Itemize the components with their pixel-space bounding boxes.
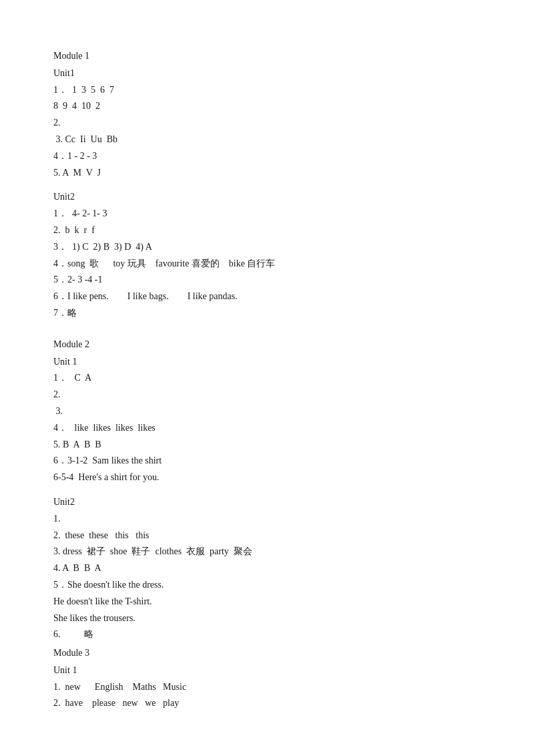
content-line: 4． like likes likes likes [53,420,481,436]
content-line: 4. A B B A [53,560,481,576]
section-heading: Unit 1 [53,663,481,679]
content-line: 5. A M V J [53,165,481,181]
content-line: 1． C A [53,370,481,386]
content-line: 1． 4- 2- 1- 3 [53,206,481,222]
content-line: 3． 1) C 2) B 3) D 4) A [53,239,481,255]
content-line: 2. [53,387,481,403]
content-line: 3. [53,403,481,419]
section-heading: Unit2 [53,189,481,205]
content-line: She likes the trousers. [53,610,481,626]
section-heading: Unit2 [53,494,481,510]
section-heading: Unit1 [53,65,481,81]
content-line: 3. dress 裙子 shoe 鞋子 clothes 衣服 party 聚会 [53,544,481,560]
section-heading: Module 3 [53,645,481,661]
content-line: 1． 1 3 5 6 7 [53,82,481,98]
page-container: Module 1Unit11． 1 3 5 6 78 9 4 10 22. 3.… [53,48,481,711]
blank-line [53,322,481,329]
content-line: 2. have please new we play [53,695,481,711]
content-line: 2. these these this this [53,528,481,544]
content-area: Module 1Unit11． 1 3 5 6 78 9 4 10 22. 3.… [53,48,481,711]
content-line: 5．She doesn't like the dress. [53,577,481,593]
blank-line [53,486,481,493]
content-line: 1. [53,511,481,527]
section-heading: Module 1 [53,48,481,64]
content-line: He doesn't like the T-shirt. [53,594,481,610]
content-line: 8 9 4 10 2 [53,98,481,114]
section-heading: Unit 1 [53,354,481,370]
content-line: 6-5-4 Here's a shirt for you. [53,469,481,486]
content-line: 5. B A B B [53,437,481,453]
content-line: 3. Cc Ii Uu Bb [53,132,481,148]
section-heading: Module 2 [53,337,481,353]
content-line: 2. [53,115,481,131]
content-line: 7．略 [53,305,481,321]
content-line: 4．song 歌 toy 玩具 favourite 喜爱的 bike 自行车 [53,256,481,272]
blank-line [53,181,481,188]
content-line: 6．3-1-2 Sam likes the shirt [53,453,481,469]
content-line: 4．1 - 2 - 3 [53,148,481,164]
content-line: 6．I like pens. I like bags. I like panda… [53,289,481,305]
content-line: 2. b k r f [53,222,481,238]
content-line: 5．2- 3 -4 -1 [53,272,481,288]
content-line: 1. new English Maths Music [53,679,481,695]
content-line: 6. 略 [53,626,481,642]
